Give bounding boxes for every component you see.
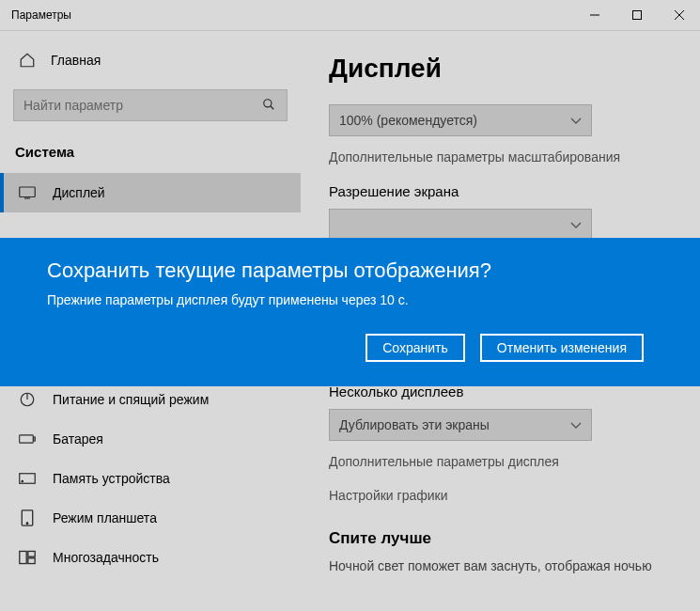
svg-point-15	[26, 523, 28, 525]
sidebar-section-title: Система	[0, 136, 301, 173]
sidebar-home[interactable]: Главная	[0, 42, 301, 78]
chevron-down-icon	[570, 417, 582, 432]
display-icon	[19, 184, 36, 201]
svg-rect-11	[34, 437, 35, 441]
svg-line-5	[271, 105, 274, 109]
search-box[interactable]	[13, 89, 288, 121]
chevron-down-icon	[570, 113, 582, 128]
tablet-icon	[19, 509, 36, 526]
sidebar-item-label: Режим планшета	[53, 510, 157, 525]
svg-rect-1	[632, 11, 641, 20]
graphics-settings-link[interactable]: Настройки графики	[329, 488, 672, 503]
storage-icon	[19, 470, 36, 487]
multitask-icon	[19, 549, 36, 566]
revert-dialog: Сохранить текущие параметры отображения?…	[0, 238, 700, 386]
minimize-icon	[590, 10, 599, 20]
cancel-button[interactable]: Отменить изменения	[480, 334, 644, 362]
close-button[interactable]	[658, 0, 700, 30]
advanced-display-link[interactable]: Дополнительные параметры дисплея	[329, 454, 672, 469]
sidebar-item-multitask[interactable]: Многозадачность	[0, 538, 301, 577]
multi-display-dropdown[interactable]: Дублировать эти экраны	[329, 409, 592, 441]
sidebar-item-tablet[interactable]: Режим планшета	[0, 498, 301, 538]
window-title: Параметры	[11, 8, 573, 22]
minimize-button[interactable]	[573, 0, 615, 30]
sidebar-item-display[interactable]: Дисплей	[0, 173, 301, 212]
svg-rect-16	[20, 551, 26, 563]
save-button[interactable]: Сохранить	[366, 334, 465, 362]
scale-dropdown[interactable]: 100% (рекомендуется)	[329, 104, 592, 136]
page-title: Дисплей	[329, 54, 672, 84]
resolution-label: Разрешение экрана	[329, 183, 672, 199]
battery-icon	[19, 431, 36, 447]
close-icon	[675, 10, 684, 20]
multi-display-value: Дублировать эти экраны	[339, 417, 490, 432]
home-icon	[19, 52, 36, 69]
maximize-icon	[632, 10, 642, 20]
titlebar: Параметры	[0, 0, 700, 31]
svg-rect-10	[20, 435, 34, 443]
advanced-scaling-link[interactable]: Дополнительные параметры масштабирования	[329, 149, 672, 164]
power-icon	[19, 391, 36, 408]
svg-point-13	[22, 480, 23, 482]
chevron-down-icon	[570, 217, 582, 232]
svg-rect-6	[20, 187, 36, 197]
svg-rect-18	[28, 558, 35, 564]
sidebar-item-label: Память устройства	[53, 471, 170, 486]
sidebar-item-label: Дисплей	[53, 185, 105, 200]
dialog-body: Прежние параметры дисплея будут применен…	[47, 292, 653, 307]
sleep-body: Ночной свет поможет вам заснуть, отображ…	[329, 557, 672, 576]
svg-rect-17	[28, 551, 35, 556]
sidebar-item-storage[interactable]: Память устройства	[0, 459, 301, 498]
svg-point-4	[264, 99, 272, 106]
dialog-title: Сохранить текущие параметры отображения?	[47, 258, 653, 283]
sidebar-item-label: Батарея	[53, 431, 103, 446]
sidebar-home-label: Главная	[51, 53, 101, 68]
resolution-dropdown[interactable]	[329, 209, 592, 241]
search-icon	[262, 98, 277, 114]
scale-dropdown-value: 100% (рекомендуется)	[339, 113, 477, 128]
search-input[interactable]	[23, 98, 262, 113]
sidebar-item-label: Многозадачность	[53, 550, 159, 565]
maximize-button[interactable]	[615, 0, 658, 30]
sidebar-item-battery[interactable]: Батарея	[0, 419, 301, 459]
sidebar-item-label: Питание и спящий режим	[53, 392, 209, 407]
sleep-heading: Спите лучше	[329, 529, 672, 548]
